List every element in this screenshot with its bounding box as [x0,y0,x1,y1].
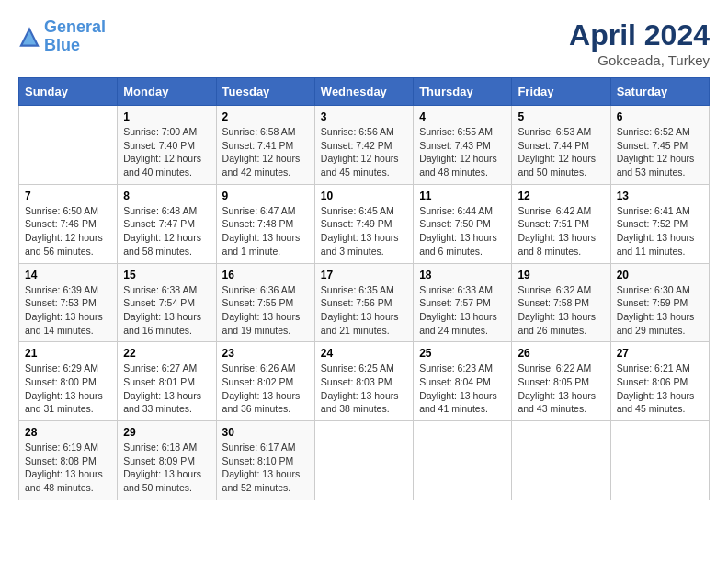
day-number: 23 [222,347,309,360]
day-detail: Sunrise: 6:44 AM Sunset: 7:50 PM Dayligh… [419,204,506,259]
day-number: 30 [222,426,309,439]
day-number: 20 [617,269,703,282]
calendar-cell [512,421,610,500]
day-detail: Sunrise: 6:55 AM Sunset: 7:43 PM Dayligh… [419,125,506,179]
day-number: 15 [123,269,210,282]
calendar-cell: 18Sunrise: 6:33 AM Sunset: 7:57 PM Dayli… [414,263,512,342]
day-number: 26 [518,347,604,360]
day-number: 6 [617,110,703,123]
calendar-cell: 3Sunrise: 6:56 AM Sunset: 7:42 PM Daylig… [314,106,413,185]
calendar-cell: 27Sunrise: 6:21 AM Sunset: 8:06 PM Dayli… [610,342,709,421]
calendar-cell: 8Sunrise: 6:48 AM Sunset: 7:47 PM Daylig… [118,184,216,263]
calendar-cell: 26Sunrise: 6:22 AM Sunset: 8:05 PM Dayli… [512,342,610,421]
page-header: General Blue April 2024 Gokceada, Turkey [18,18,710,68]
calendar-week-5: 28Sunrise: 6:19 AM Sunset: 8:08 PM Dayli… [19,421,710,500]
calendar-cell [414,421,512,500]
day-detail: Sunrise: 6:27 AM Sunset: 8:01 PM Dayligh… [123,362,210,416]
calendar-cell: 20Sunrise: 6:30 AM Sunset: 7:59 PM Dayli… [610,263,709,342]
day-number: 29 [123,426,210,439]
calendar-header-row: SundayMondayTuesdayWednesdayThursdayFrid… [19,78,710,106]
day-detail: Sunrise: 6:45 AM Sunset: 7:49 PM Dayligh… [321,204,407,259]
day-detail: Sunrise: 6:50 AM Sunset: 7:46 PM Dayligh… [25,204,111,259]
day-detail: Sunrise: 6:47 AM Sunset: 7:48 PM Dayligh… [222,204,309,259]
day-number: 3 [321,110,407,123]
day-number: 7 [25,190,111,202]
calendar-cell: 19Sunrise: 6:32 AM Sunset: 7:58 PM Dayli… [512,263,610,342]
calendar-cell [314,421,413,500]
calendar-cell: 1Sunrise: 7:00 AM Sunset: 7:40 PM Daylig… [118,106,216,185]
column-header-friday: Friday [512,78,610,106]
calendar-cell: 29Sunrise: 6:18 AM Sunset: 8:09 PM Dayli… [118,421,216,500]
calendar-cell: 21Sunrise: 6:29 AM Sunset: 8:00 PM Dayli… [19,342,118,421]
day-number: 19 [518,269,604,282]
day-number: 16 [222,269,309,282]
calendar-cell: 11Sunrise: 6:44 AM Sunset: 7:50 PM Dayli… [414,184,512,263]
day-detail: Sunrise: 6:56 AM Sunset: 7:42 PM Dayligh… [321,125,407,179]
logo-line2: Blue [44,36,80,54]
calendar-cell: 30Sunrise: 6:17 AM Sunset: 8:10 PM Dayli… [216,421,314,500]
column-header-tuesday: Tuesday [216,78,314,106]
day-number: 25 [419,347,506,360]
day-detail: Sunrise: 6:53 AM Sunset: 7:44 PM Dayligh… [518,125,604,179]
column-header-saturday: Saturday [610,78,709,106]
calendar-cell: 6Sunrise: 6:52 AM Sunset: 7:45 PM Daylig… [610,106,709,185]
day-number: 13 [617,190,703,202]
day-detail: Sunrise: 6:21 AM Sunset: 8:06 PM Dayligh… [617,362,703,416]
day-number: 14 [25,269,111,282]
calendar-cell: 7Sunrise: 6:50 AM Sunset: 7:46 PM Daylig… [19,184,118,263]
logo-line1: General [44,17,106,36]
day-number: 2 [222,110,309,123]
day-detail: Sunrise: 6:23 AM Sunset: 8:04 PM Dayligh… [419,362,506,416]
day-detail: Sunrise: 6:26 AM Sunset: 8:02 PM Dayligh… [222,362,309,416]
calendar-cell: 24Sunrise: 6:25 AM Sunset: 8:03 PM Dayli… [314,342,413,421]
day-number: 17 [321,269,407,282]
day-detail: Sunrise: 6:18 AM Sunset: 8:09 PM Dayligh… [123,441,210,495]
day-number: 28 [25,426,111,439]
day-detail: Sunrise: 6:58 AM Sunset: 7:41 PM Dayligh… [222,125,309,179]
day-number: 8 [123,190,210,202]
day-detail: Sunrise: 6:22 AM Sunset: 8:05 PM Dayligh… [518,362,604,416]
day-number: 21 [25,347,111,360]
logo: General Blue [18,18,106,55]
calendar-week-2: 7Sunrise: 6:50 AM Sunset: 7:46 PM Daylig… [19,184,710,263]
day-number: 5 [518,110,604,123]
day-number: 4 [419,110,506,123]
column-header-sunday: Sunday [19,78,118,106]
day-number: 10 [321,190,407,202]
day-detail: Sunrise: 6:52 AM Sunset: 7:45 PM Dayligh… [617,125,703,179]
day-number: 9 [222,190,309,202]
day-number: 12 [518,190,604,202]
day-detail: Sunrise: 6:17 AM Sunset: 8:10 PM Dayligh… [222,441,309,495]
column-header-wednesday: Wednesday [314,78,413,106]
calendar-cell: 15Sunrise: 6:38 AM Sunset: 7:54 PM Dayli… [118,263,216,342]
calendar-cell: 16Sunrise: 6:36 AM Sunset: 7:55 PM Dayli… [216,263,314,342]
calendar-cell: 12Sunrise: 6:42 AM Sunset: 7:51 PM Dayli… [512,184,610,263]
logo-text: General Blue [44,18,106,55]
day-detail: Sunrise: 6:33 AM Sunset: 7:57 PM Dayligh… [419,283,506,338]
calendar-cell: 17Sunrise: 6:35 AM Sunset: 7:56 PM Dayli… [314,263,413,342]
column-header-monday: Monday [118,78,216,106]
day-detail: Sunrise: 6:48 AM Sunset: 7:47 PM Dayligh… [123,204,210,259]
day-detail: Sunrise: 6:35 AM Sunset: 7:56 PM Dayligh… [321,283,407,338]
day-number: 1 [123,110,210,123]
day-detail: Sunrise: 6:25 AM Sunset: 8:03 PM Dayligh… [321,362,407,416]
calendar-week-4: 21Sunrise: 6:29 AM Sunset: 8:00 PM Dayli… [19,342,710,421]
day-number: 11 [419,190,506,202]
logo-icon [18,26,40,48]
calendar-table: SundayMondayTuesdayWednesdayThursdayFrid… [18,77,710,500]
day-detail: Sunrise: 6:42 AM Sunset: 7:51 PM Dayligh… [518,204,604,259]
day-detail: Sunrise: 6:32 AM Sunset: 7:58 PM Dayligh… [518,283,604,338]
day-number: 27 [617,347,703,360]
calendar-cell [610,421,709,500]
day-detail: Sunrise: 6:19 AM Sunset: 8:08 PM Dayligh… [25,441,111,495]
day-detail: Sunrise: 6:30 AM Sunset: 7:59 PM Dayligh… [617,283,703,338]
month-title: April 2024 [569,18,710,52]
calendar-cell: 28Sunrise: 6:19 AM Sunset: 8:08 PM Dayli… [19,421,118,500]
day-detail: Sunrise: 6:39 AM Sunset: 7:53 PM Dayligh… [25,283,111,338]
calendar-week-1: 1Sunrise: 7:00 AM Sunset: 7:40 PM Daylig… [19,106,710,185]
day-detail: Sunrise: 6:29 AM Sunset: 8:00 PM Dayligh… [25,362,111,416]
calendar-cell: 5Sunrise: 6:53 AM Sunset: 7:44 PM Daylig… [512,106,610,185]
calendar-week-3: 14Sunrise: 6:39 AM Sunset: 7:53 PM Dayli… [19,263,710,342]
day-number: 18 [419,269,506,282]
calendar-cell: 22Sunrise: 6:27 AM Sunset: 8:01 PM Dayli… [118,342,216,421]
